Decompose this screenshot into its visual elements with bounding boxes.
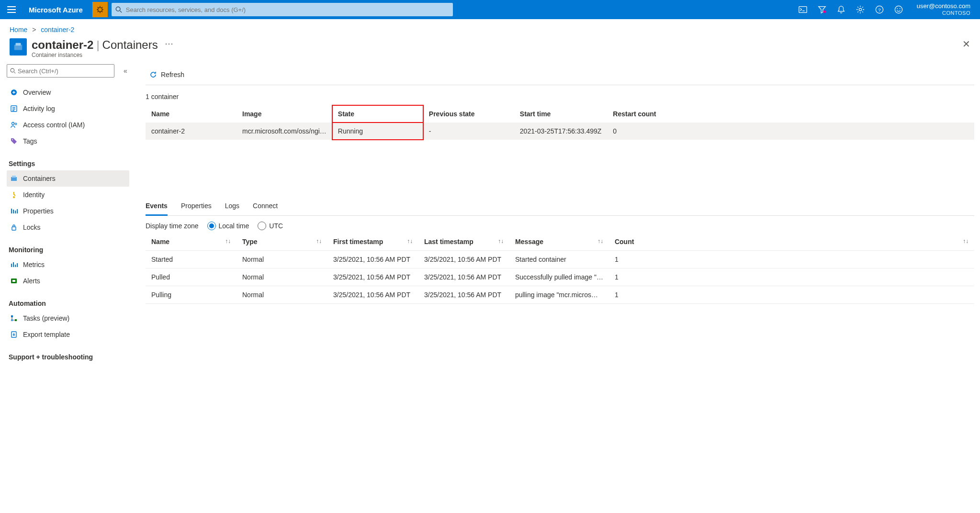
- page-title: container-2|Containers: [32, 38, 158, 52]
- detail-tabs: Events Properties Logs Connect: [146, 197, 974, 216]
- more-actions-button[interactable]: ⋯: [165, 38, 173, 49]
- col-ev-type[interactable]: Type↑↓: [237, 233, 327, 251]
- tab-logs[interactable]: Logs: [225, 197, 239, 215]
- sort-icon: ↑↓: [963, 238, 969, 245]
- settings-button[interactable]: [852, 0, 869, 19]
- cell-ev-last: 3/25/2021, 10:56 AM PDT: [418, 268, 509, 286]
- col-start-time[interactable]: Start time: [514, 105, 607, 123]
- sidebar-item-label: Activity log: [23, 105, 55, 112]
- refresh-label: Refresh: [161, 71, 184, 78]
- col-ev-last[interactable]: Last timestamp↑↓: [418, 233, 509, 251]
- sidebar-item-alerts[interactable]: Alerts: [7, 273, 129, 289]
- refresh-button[interactable]: Refresh: [146, 71, 188, 78]
- svg-point-9: [900, 8, 901, 9]
- table-row[interactable]: container-2 mcr.microsoft.com/oss/ngi… R…: [146, 123, 974, 140]
- sidebar-item-activity-log[interactable]: Activity log: [7, 100, 129, 117]
- tab-events[interactable]: Events: [146, 197, 168, 216]
- resource-icon: [10, 38, 27, 56]
- sidebar-item-access-control[interactable]: Access control (IAM): [7, 117, 129, 133]
- lock-icon: [10, 223, 18, 231]
- svg-point-7: [895, 6, 902, 13]
- events-row[interactable]: Pulled Normal 3/25/2021, 10:56 AM PDT 3/…: [146, 268, 974, 286]
- breadcrumb-home[interactable]: Home: [10, 26, 27, 33]
- tasks-icon: [10, 314, 18, 322]
- events-row[interactable]: Pulling Normal 3/25/2021, 10:56 AM PDT 3…: [146, 286, 974, 304]
- sidebar-item-properties[interactable]: Properties: [7, 203, 129, 219]
- timezone-row: Display time zone Local time UTC: [146, 216, 974, 233]
- overview-icon: [10, 89, 18, 96]
- collapse-sidebar-button[interactable]: «: [124, 67, 127, 75]
- breadcrumb-separator: >: [29, 26, 39, 33]
- bug-icon: [96, 5, 104, 14]
- tenant-name: CONTOSO: [917, 10, 970, 16]
- cloud-shell-button[interactable]: [794, 0, 811, 19]
- cell-name: container-2: [146, 123, 237, 140]
- sidebar-item-identity[interactable]: Identity: [7, 187, 129, 203]
- col-prev-state[interactable]: Previous state: [423, 105, 514, 123]
- sidebar-item-containers[interactable]: Containers: [7, 170, 129, 187]
- events-row[interactable]: Started Normal 3/25/2021, 10:56 AM PDT 3…: [146, 251, 974, 268]
- col-ev-msg[interactable]: Message↑↓: [509, 233, 609, 251]
- cell-ev-count: 1: [609, 286, 974, 304]
- command-bar: Refresh: [146, 64, 974, 85]
- bell-icon: [837, 5, 845, 14]
- sidebar-item-export-template[interactable]: Export template: [7, 326, 129, 343]
- cell-restart-count: 0: [607, 123, 974, 140]
- preview-badge[interactable]: [92, 2, 108, 17]
- radio-local-time[interactable]: Local time: [207, 222, 249, 230]
- col-image[interactable]: Image: [237, 105, 332, 123]
- svg-rect-2: [799, 7, 807, 13]
- export-template-icon: [10, 331, 18, 338]
- events-header-row: Name↑↓ Type↑↓ First timestamp↑↓ Last tim…: [146, 233, 974, 251]
- sort-icon: ↑↓: [407, 238, 413, 245]
- sidebar-item-tags[interactable]: Tags: [7, 133, 129, 149]
- directory-filter-button[interactable]: [813, 0, 831, 19]
- col-restart-count[interactable]: Restart count: [607, 105, 974, 123]
- svg-rect-19: [12, 176, 16, 178]
- col-state[interactable]: State: [332, 105, 423, 123]
- sidebar-item-label: Export template: [23, 331, 70, 338]
- hamburger-menu[interactable]: [4, 2, 19, 17]
- help-icon: ?: [875, 5, 884, 14]
- svg-rect-26: [15, 319, 17, 321]
- search-icon: [10, 68, 16, 74]
- global-search-input[interactable]: [126, 6, 449, 13]
- tab-connect[interactable]: Connect: [253, 197, 278, 215]
- cell-ev-msg: pulling image "mcr.micros…: [509, 286, 609, 304]
- svg-point-12: [11, 68, 14, 72]
- page-header: container-2|Containers Container instanc…: [0, 36, 980, 64]
- timezone-label: Display time zone: [146, 222, 199, 230]
- containers-table: Name Image State Previous state Start ti…: [146, 105, 974, 140]
- notifications-button[interactable]: [833, 0, 850, 19]
- col-ev-count[interactable]: Count↑↓: [609, 233, 974, 251]
- topbar-icons: ?: [794, 0, 907, 19]
- sidebar-item-locks[interactable]: Locks: [7, 219, 129, 235]
- breadcrumb-current[interactable]: container-2: [41, 26, 74, 33]
- feedback-button[interactable]: [890, 0, 907, 19]
- help-button[interactable]: ?: [871, 0, 888, 19]
- brand-label[interactable]: Microsoft Azure: [23, 6, 89, 14]
- blade-name: Containers: [102, 38, 158, 51]
- close-blade-button[interactable]: ✕: [962, 38, 970, 50]
- col-ev-first[interactable]: First timestamp↑↓: [327, 233, 418, 251]
- events-table: Name↑↓ Type↑↓ First timestamp↑↓ Last tim…: [146, 233, 974, 304]
- svg-point-0: [98, 8, 102, 12]
- sidebar-item-label: Overview: [23, 89, 51, 96]
- sidebar-group-automation: Automation: [9, 300, 129, 307]
- sort-icon: ↑↓: [316, 238, 322, 245]
- sidebar-item-metrics[interactable]: Metrics: [7, 256, 129, 273]
- sidebar-search-input[interactable]: [18, 67, 111, 75]
- sidebar-search[interactable]: [7, 64, 114, 78]
- user-account[interactable]: user@contoso.com CONTOSO: [911, 3, 976, 16]
- sidebar-item-label: Containers: [23, 175, 56, 182]
- svg-rect-11: [16, 43, 21, 46]
- global-search[interactable]: [112, 3, 453, 16]
- sidebar-item-tasks[interactable]: Tasks (preview): [7, 310, 129, 326]
- containers-icon: [10, 175, 18, 182]
- sidebar-item-overview[interactable]: Overview: [7, 84, 129, 100]
- col-ev-name[interactable]: Name↑↓: [146, 233, 237, 251]
- col-name[interactable]: Name: [146, 105, 237, 123]
- radio-utc[interactable]: UTC: [258, 222, 283, 230]
- gear-icon: [856, 5, 865, 14]
- tab-properties[interactable]: Properties: [181, 197, 212, 215]
